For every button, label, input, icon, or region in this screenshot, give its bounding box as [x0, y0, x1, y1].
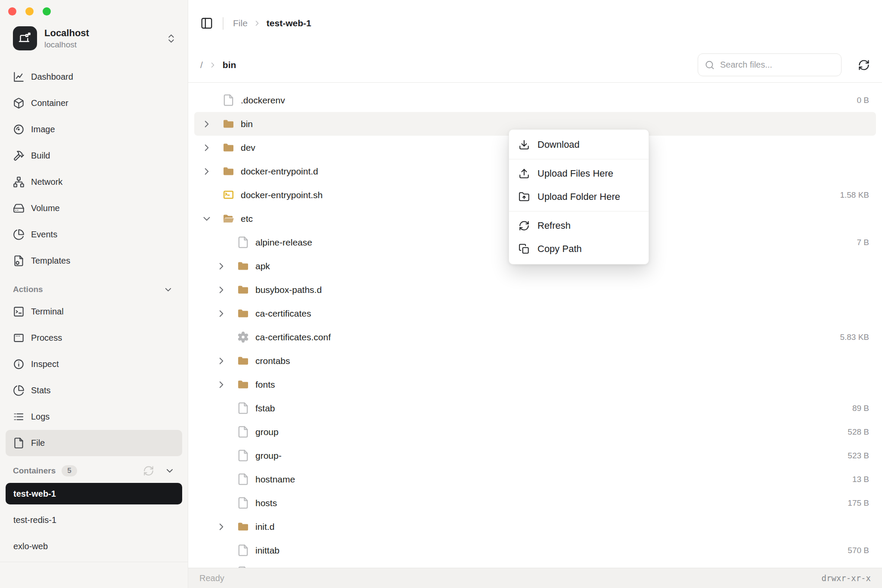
expand-chevron-icon[interactable]: [201, 118, 212, 130]
containers-label: Containers: [13, 466, 56, 476]
file-name: apk: [255, 261, 270, 271]
file-size: 1.58 KB: [840, 190, 869, 200]
sidebar-item-network[interactable]: Network: [0, 169, 188, 195]
expand-chevron-icon[interactable]: [216, 355, 227, 367]
language-button[interactable]: [88, 569, 100, 581]
menu-item-label: Copy Path: [537, 243, 582, 255]
menu-divider[interactable]: [509, 159, 649, 159]
file-row-inittab[interactable]: inittab 570 B: [194, 538, 876, 562]
search-input[interactable]: [720, 60, 835, 70]
sidebar-item-inspect[interactable]: Inspect: [0, 351, 188, 377]
close-window-button[interactable]: [8, 7, 16, 16]
file-name: group: [255, 427, 279, 437]
file-name: docker-entrypoint.d: [241, 166, 318, 177]
sidebar-item-templates[interactable]: Templates: [0, 248, 188, 274]
file-row-hosts[interactable]: hosts 175 B: [194, 491, 876, 515]
file-row-busybox-paths-d[interactable]: busybox-paths.d: [194, 278, 876, 302]
app-window: Localhost localhost Dashboard Container …: [0, 0, 882, 588]
breadcrumb-section[interactable]: File: [233, 18, 248, 28]
menu-item-icon: [519, 243, 530, 255]
file-name: alpine-release: [255, 237, 312, 248]
workspace-selector[interactable]: Localhost localhost: [13, 26, 177, 50]
expand-chevron-icon[interactable]: [216, 521, 227, 532]
sidebar-item-logs[interactable]: Logs: [0, 404, 188, 430]
menu-item-upload-folder[interactable]: Upload Folder Here: [509, 185, 649, 208]
file-row-fstab[interactable]: fstab 89 B: [194, 396, 876, 420]
container-item-test-web-1[interactable]: test-web-1: [6, 483, 182, 504]
file-size: 7 B: [857, 238, 869, 247]
nav-icon: [13, 358, 25, 370]
search-icon: [705, 60, 715, 70]
file-row-partial[interactable]: [194, 562, 876, 568]
menu-item-icon: [519, 139, 530, 150]
workspace-subtitle: localhost: [44, 40, 89, 50]
sidebar-item-stats[interactable]: Stats: [0, 377, 188, 404]
sidebar-item-image[interactable]: Image: [0, 116, 188, 143]
chevron-down-icon[interactable]: [163, 285, 173, 295]
menu-item-upload-files[interactable]: Upload Files Here: [509, 162, 649, 185]
zoom-window-button[interactable]: [43, 7, 51, 16]
path-root[interactable]: /: [200, 60, 203, 70]
expand-chevron-icon[interactable]: [201, 213, 212, 224]
menu-item-copy-path[interactable]: Copy Path: [509, 237, 649, 261]
file-row-crontabs[interactable]: crontabs: [194, 349, 876, 373]
path-current-folder[interactable]: bin: [223, 60, 236, 70]
file-size: 0 B: [857, 96, 869, 105]
sidebar-item-terminal[interactable]: Terminal: [0, 299, 188, 325]
file-row-hostname[interactable]: hostname 13 B: [194, 467, 876, 491]
terminal-button[interactable]: [64, 569, 76, 581]
sidebar-item-process[interactable]: Process: [0, 325, 188, 351]
sidebar-item-container[interactable]: Container: [0, 90, 188, 116]
minimize-window-button[interactable]: [25, 7, 34, 16]
sidebar-item-label: Build: [31, 151, 50, 161]
file-size: 523 B: [848, 451, 869, 460]
chevron-down-icon[interactable]: [165, 466, 175, 476]
theme-button[interactable]: [112, 569, 124, 581]
file-size: 570 B: [848, 546, 869, 555]
sidebar-actions: Terminal Process Inspect Stats Logs File: [0, 299, 188, 456]
status-bar: Ready drwxr-xr-x: [188, 568, 882, 588]
container-item-exlo-web[interactable]: exlo-web: [6, 535, 182, 557]
expand-chevron-icon[interactable]: [216, 379, 227, 390]
file-name: ca-certificates.conf: [255, 332, 331, 342]
chevrons-up-down-icon[interactable]: [166, 33, 177, 44]
sidebar-item-file[interactable]: File: [6, 430, 182, 456]
sidebar-item-label: Events: [31, 230, 57, 240]
file-type-icon: [222, 118, 235, 130]
menu-item-download[interactable]: Download: [509, 133, 649, 156]
expand-chevron-icon[interactable]: [201, 166, 212, 177]
breadcrumb: File test-web-1: [188, 0, 882, 36]
actions-section-header[interactable]: Actions: [13, 282, 173, 297]
history-button[interactable]: [40, 569, 53, 581]
sidebar-item-dashboard[interactable]: Dashboard: [0, 64, 188, 90]
file-row-init-d[interactable]: init.d: [194, 515, 876, 538]
file-row-ca-certificates[interactable]: ca-certificates: [194, 302, 876, 325]
settings-button[interactable]: [135, 569, 147, 581]
workspace-text: Localhost localhost: [44, 28, 89, 50]
file-row-dockerenv[interactable]: .dockerenv 0 B: [194, 88, 876, 112]
container-item-test-redis-1[interactable]: test-redis-1: [6, 509, 182, 531]
file-row-fonts[interactable]: fonts: [194, 373, 876, 396]
containers-count-badge: 5: [62, 465, 77, 476]
containers-refresh-icon[interactable]: [143, 465, 154, 476]
menu-item-icon: [519, 191, 530, 202]
menu-divider[interactable]: [509, 211, 649, 212]
nav-icon: [13, 71, 25, 83]
nav-icon: [13, 385, 25, 396]
sidebar-item-label: Process: [31, 333, 62, 343]
sidebar-item-volume[interactable]: Volume: [0, 195, 188, 221]
menu-item-refresh[interactable]: Refresh: [509, 214, 649, 237]
sidebar-toggle-icon[interactable]: [200, 17, 213, 30]
expand-chevron-icon[interactable]: [216, 284, 227, 296]
file-row-group-dash[interactable]: group- 523 B: [194, 444, 876, 467]
expand-chevron-icon[interactable]: [216, 308, 227, 319]
file-row-ca-certificates-conf[interactable]: ca-certificates.conf 5.83 KB: [194, 325, 876, 349]
sidebar-item-events[interactable]: Events: [0, 221, 188, 248]
expand-chevron-icon[interactable]: [201, 142, 212, 153]
sidebar-item-build[interactable]: Build: [0, 143, 188, 169]
main-panel: File test-web-1 / bin .dockerenv 0 B: [188, 0, 882, 588]
refresh-button[interactable]: [858, 59, 870, 71]
expand-chevron-icon[interactable]: [216, 261, 227, 272]
file-row-group[interactable]: group 528 B: [194, 420, 876, 444]
file-name: hosts: [255, 498, 277, 508]
